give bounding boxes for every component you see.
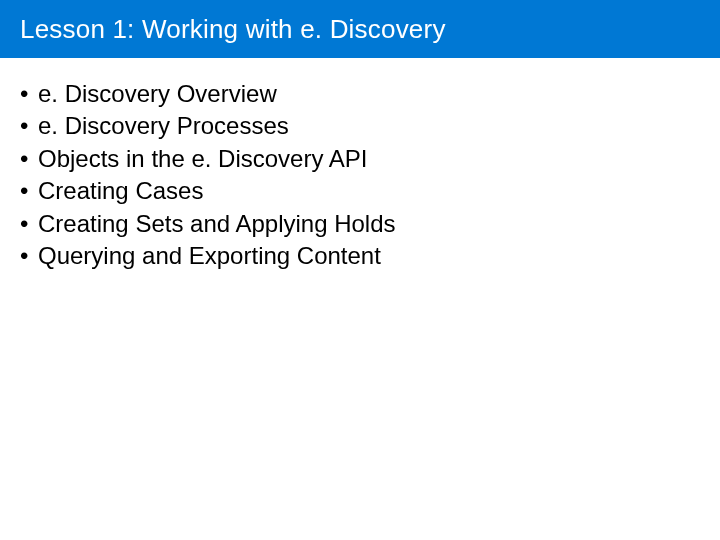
list-item: Objects in the e. Discovery API	[20, 143, 700, 175]
slide-content: e. Discovery Overview e. Discovery Proce…	[0, 58, 720, 272]
bullet-list: e. Discovery Overview e. Discovery Proce…	[20, 78, 700, 272]
list-item: Querying and Exporting Content	[20, 240, 700, 272]
slide-header: Lesson 1: Working with e. Discovery	[0, 0, 720, 58]
list-item: e. Discovery Processes	[20, 110, 700, 142]
list-item: Creating Sets and Applying Holds	[20, 208, 700, 240]
list-item: Creating Cases	[20, 175, 700, 207]
slide-title: Lesson 1: Working with e. Discovery	[20, 14, 446, 45]
list-item: e. Discovery Overview	[20, 78, 700, 110]
